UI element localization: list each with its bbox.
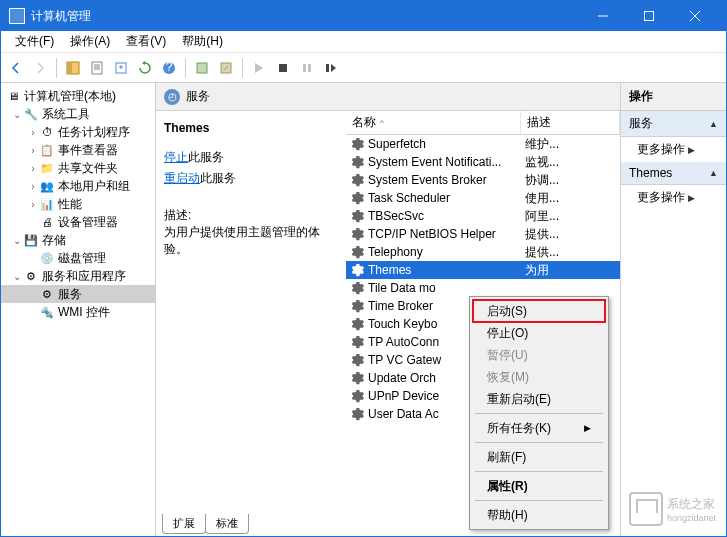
ctx-restart[interactable]: 重新启动(E) [473, 388, 605, 410]
stop-link[interactable]: 停止 [164, 150, 188, 164]
service-name: System Event Notificati... [368, 155, 501, 169]
gear-icon [350, 389, 364, 403]
gear-icon [350, 209, 364, 223]
service-row[interactable]: System Event Notificati...监视... [346, 153, 620, 171]
actions-more-1[interactable]: 更多操作 ▶ [621, 137, 726, 162]
restart-icon[interactable] [320, 57, 342, 79]
svg-rect-16 [303, 64, 306, 72]
gear-icon [350, 281, 364, 295]
menu-help[interactable]: 帮助(H) [174, 31, 231, 52]
svg-rect-17 [308, 64, 311, 72]
service-name: Tile Data mo [368, 281, 436, 295]
service-desc: 使用... [521, 190, 620, 207]
context-menu: 启动(S) 停止(O) 暂停(U) 恢复(M) 重新启动(E) 所有任务(K)▶… [469, 296, 609, 530]
forward-button[interactable] [29, 57, 51, 79]
service-name: TP AutoConn [368, 335, 439, 349]
tab-extended[interactable]: 扩展 [162, 514, 206, 534]
ctx-refresh[interactable]: 刷新(F) [473, 446, 605, 468]
gear-icon [350, 335, 364, 349]
toolbar: ? [1, 53, 726, 83]
actions-more-2[interactable]: 更多操作 ▶ [621, 185, 726, 210]
maximize-button[interactable] [626, 1, 672, 31]
service-row[interactable]: Tile Data mo [346, 279, 620, 297]
service-row[interactable]: Themes为用 [346, 261, 620, 279]
close-button[interactable] [672, 1, 718, 31]
service-row[interactable]: TCP/IP NetBIOS Helper提供... [346, 225, 620, 243]
service-desc: 协调... [521, 172, 620, 189]
restart-link[interactable]: 重启动 [164, 171, 200, 185]
ctx-stop[interactable]: 停止(O) [473, 322, 605, 344]
tree-storage[interactable]: ⌄💾存储 [1, 231, 155, 249]
svg-rect-1 [645, 12, 654, 21]
service-desc: 提供... [521, 244, 620, 261]
service-row[interactable]: Telephony提供... [346, 243, 620, 261]
ctx-pause: 暂停(U) [473, 344, 605, 366]
service-row[interactable]: System Events Broker协调... [346, 171, 620, 189]
tree-wmi[interactable]: 🔩WMI 控件 [1, 303, 155, 321]
tree-services[interactable]: ⚙服务 [1, 285, 155, 303]
tree-diskmgmt[interactable]: 💿磁盘管理 [1, 249, 155, 267]
back-button[interactable] [5, 57, 27, 79]
app-icon [9, 8, 25, 24]
menu-file[interactable]: 文件(F) [7, 31, 62, 52]
actions-section-themes[interactable]: Themes▲ [621, 162, 726, 185]
service-desc: 监视... [521, 154, 620, 171]
nav-tree[interactable]: 🖥计算机管理(本地) ⌄🔧系统工具 ›⏱任务计划程序 ›📋事件查看器 ›📁共享文… [1, 83, 156, 536]
tree-scheduler[interactable]: ›⏱任务计划程序 [1, 123, 155, 141]
col-name[interactable]: 名称^ [346, 111, 521, 134]
show-hide-tree-icon[interactable] [62, 57, 84, 79]
service-row[interactable]: TBSecSvc阿里... [346, 207, 620, 225]
toolbar-icon-a[interactable] [191, 57, 213, 79]
toolbar-icon-b[interactable] [215, 57, 237, 79]
gear-icon [350, 191, 364, 205]
play-icon[interactable] [248, 57, 270, 79]
svg-rect-13 [197, 63, 207, 73]
svg-rect-5 [67, 62, 72, 74]
tree-devmgr[interactable]: 🖨设备管理器 [1, 213, 155, 231]
service-detail: Themes 停止此服务 重启动此服务 描述: 为用户提供使用主题管理的体验。 [156, 111, 346, 514]
properties-icon[interactable] [86, 57, 108, 79]
services-header-icon: ◴ [164, 89, 180, 105]
service-name: System Events Broker [368, 173, 487, 187]
ctx-properties[interactable]: 属性(R) [473, 475, 605, 497]
gear-icon [350, 155, 364, 169]
tree-svcapps[interactable]: ⌄⚙服务和应用程序 [1, 267, 155, 285]
tab-standard[interactable]: 标准 [205, 514, 249, 534]
gear-icon [350, 407, 364, 421]
tree-shared[interactable]: ›📁共享文件夹 [1, 159, 155, 177]
service-name: Telephony [368, 245, 423, 259]
menu-action[interactable]: 操作(A) [62, 31, 118, 52]
service-row[interactable]: Superfetch维护... [346, 135, 620, 153]
service-name: Touch Keybo [368, 317, 437, 331]
service-row[interactable]: Task Scheduler使用... [346, 189, 620, 207]
ctx-alltasks[interactable]: 所有任务(K)▶ [473, 417, 605, 439]
help-icon[interactable]: ? [158, 57, 180, 79]
service-desc: 阿里... [521, 208, 620, 225]
col-desc[interactable]: 描述 [521, 111, 620, 134]
gear-icon [350, 263, 364, 277]
window-title: 计算机管理 [31, 8, 580, 25]
service-name: Update Orch [368, 371, 436, 385]
gear-icon [350, 245, 364, 259]
refresh-icon[interactable] [134, 57, 156, 79]
gear-icon [350, 317, 364, 331]
pause-icon[interactable] [296, 57, 318, 79]
export-icon[interactable] [110, 57, 132, 79]
actions-section-services[interactable]: 服务▲ [621, 111, 726, 137]
tree-root[interactable]: 🖥计算机管理(本地) [1, 87, 155, 105]
menu-view[interactable]: 查看(V) [118, 31, 174, 52]
stop-icon[interactable] [272, 57, 294, 79]
list-header: 名称^ 描述 [346, 111, 620, 135]
tree-systools[interactable]: ⌄🔧系统工具 [1, 105, 155, 123]
minimize-button[interactable] [580, 1, 626, 31]
ctx-start[interactable]: 启动(S) [473, 300, 605, 322]
ctx-help[interactable]: 帮助(H) [473, 504, 605, 526]
tree-users[interactable]: ›👥本地用户和组 [1, 177, 155, 195]
tree-perf[interactable]: ›📊性能 [1, 195, 155, 213]
gear-icon [350, 353, 364, 367]
tree-eventviewer[interactable]: ›📋事件查看器 [1, 141, 155, 159]
service-name: Task Scheduler [368, 191, 450, 205]
svg-rect-15 [279, 64, 287, 72]
service-name: UPnP Device [368, 389, 439, 403]
service-name: TBSecSvc [368, 209, 424, 223]
